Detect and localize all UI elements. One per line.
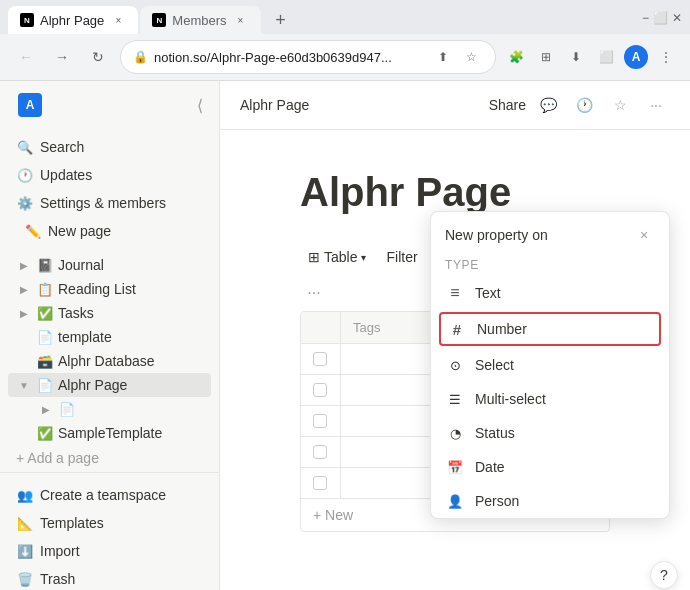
comment-btn[interactable]: 💬 xyxy=(534,91,562,119)
row5-checkbox[interactable] xyxy=(301,468,341,498)
close-btn[interactable]: ✕ xyxy=(672,11,682,25)
help-button[interactable]: ? xyxy=(650,561,678,589)
popup-item-person[interactable]: 👤 Person xyxy=(431,484,669,518)
popup-item-multi-select[interactable]: ☰ Multi-select xyxy=(431,382,669,416)
add-page-button[interactable]: + Add a page xyxy=(8,445,211,471)
sidebar-item-settings[interactable]: ⚙️ Settings & members xyxy=(8,189,211,217)
new-tab-button[interactable]: + xyxy=(267,6,295,34)
download-btn[interactable]: ⬇ xyxy=(564,45,588,69)
sidebar-item-sub[interactable]: ▶ 📄 xyxy=(8,397,211,421)
expand-icon: ▶ xyxy=(16,281,32,297)
person-type-icon: 👤 xyxy=(445,491,465,511)
sidebar-pages: ▶ 📓 Journal ▶ 📋 Reading List ▶ ✅ Tasks ▶… xyxy=(0,249,219,472)
sidebar-item-updates[interactable]: 🕐 Updates xyxy=(8,161,211,189)
sidebar-item-alphr-database[interactable]: ▶ 🗃️ Alphr Database xyxy=(8,349,211,373)
workspace-button[interactable]: A xyxy=(12,89,48,121)
extensions-btn[interactable]: 🧩 xyxy=(504,45,528,69)
browser-chrome: N Alphr Page × N Members × + − ⬜ ✕ ← → ↻… xyxy=(0,0,690,81)
app-layout: A ⟨ 🔍 Search 🕐 Updates ⚙️ Settings & mem… xyxy=(0,81,690,590)
page-main-title: Alphr Page xyxy=(300,170,610,215)
expand-icon: ▶ xyxy=(38,401,54,417)
popup-item-number[interactable]: # Number xyxy=(439,312,661,346)
templates-label: Templates xyxy=(40,515,104,531)
more-btn[interactable]: ··· xyxy=(642,91,670,119)
teamspace-label: Create a teamspace xyxy=(40,487,166,503)
maximize-btn[interactable]: ⬜ xyxy=(653,11,668,25)
row1-checkbox[interactable] xyxy=(301,344,341,374)
tab-close-alphr[interactable]: × xyxy=(110,12,126,28)
number-type-icon: # xyxy=(447,319,467,339)
tab-close-members[interactable]: × xyxy=(233,12,249,28)
row4-checkbox[interactable] xyxy=(301,437,341,467)
status-label: Status xyxy=(475,425,515,441)
history-btn[interactable]: 🕐 xyxy=(570,91,598,119)
popup-header: New property on × xyxy=(431,212,669,254)
filter-btn[interactable]: Filter xyxy=(378,245,425,269)
expand-icon: ▶ xyxy=(16,257,32,273)
share-button[interactable]: Share xyxy=(489,97,526,113)
sidebar-item-reading-list[interactable]: ▶ 📋 Reading List xyxy=(8,277,211,301)
teamspace-icon: 👥 xyxy=(16,486,34,504)
table-btn[interactable]: ⊞ Table ▾ xyxy=(300,245,374,269)
minimize-btn[interactable]: − xyxy=(642,11,649,25)
tasks-label: Tasks xyxy=(58,305,94,321)
row3-checkbox[interactable] xyxy=(301,406,341,436)
tasks-icon: ✅ xyxy=(36,304,54,322)
select-label: Select xyxy=(475,357,514,373)
sidebar-bottom: 👥 Create a teamspace 📐 Templates ⬇️ Impo… xyxy=(0,472,219,590)
sidebar-item-sample-template[interactable]: ▶ ✅ SampleTemplate xyxy=(8,421,211,445)
url-bar[interactable]: 🔒 notion.so/Alphr-Page-e60d3b0639d947...… xyxy=(120,40,496,74)
sidebar-templates[interactable]: 📐 Templates xyxy=(8,509,211,537)
popup-item-date[interactable]: 📅 Date xyxy=(431,450,669,484)
sub-icon: 📄 xyxy=(58,400,76,418)
cast-btn[interactable]: ⊞ xyxy=(534,45,558,69)
sidebar-item-journal[interactable]: ▶ 📓 Journal xyxy=(8,253,211,277)
forward-button[interactable]: → xyxy=(48,43,76,71)
alphr-page-label: Alphr Page xyxy=(58,377,127,393)
profile-btn[interactable]: A xyxy=(624,45,648,69)
property-popup: New property on × Type ≡ Text # Number ⊙… xyxy=(430,211,670,519)
menu-btn[interactable]: ⋮ xyxy=(654,45,678,69)
refresh-button[interactable]: ↻ xyxy=(84,43,112,71)
person-label: Person xyxy=(475,493,519,509)
sidebar-item-alphr-page[interactable]: ▼ 📄 Alphr Page xyxy=(8,373,211,397)
expand-icon: ▶ xyxy=(16,305,32,321)
sidebar-item-search[interactable]: 🔍 Search xyxy=(8,133,211,161)
sidebar-toggle[interactable]: ⟨ xyxy=(193,92,207,119)
sidebar-trash[interactable]: 🗑️ Trash xyxy=(8,565,211,590)
alphr-page-icon: 📄 xyxy=(36,376,54,394)
sidebar-item-template[interactable]: ▶ 📄 template xyxy=(8,325,211,349)
tab-members[interactable]: N Members × xyxy=(140,6,260,34)
sidebar-new-page-btn[interactable]: ✏️ New page xyxy=(16,217,203,245)
alphr-db-icon: 🗃️ xyxy=(36,352,54,370)
sidebar-import[interactable]: ⬇️ Import xyxy=(8,537,211,565)
favorite-btn[interactable]: ☆ xyxy=(606,91,634,119)
back-button[interactable]: ← xyxy=(12,43,40,71)
popup-close-btn[interactable]: × xyxy=(633,224,655,246)
sidebar-updates-label: Updates xyxy=(40,167,92,183)
window-btn[interactable]: ⬜ xyxy=(594,45,618,69)
number-label: Number xyxy=(477,321,527,337)
lock-icon: 🔒 xyxy=(133,50,148,64)
tabs-bar: N Alphr Page × N Members × + − ⬜ ✕ xyxy=(0,0,690,34)
main-content: Alphr Page Share 💬 🕐 ☆ ··· Alphr Page ⊞ … xyxy=(220,81,690,590)
template-label: template xyxy=(58,329,112,345)
sidebar-search-label: Search xyxy=(40,139,84,155)
multi-select-type-icon: ☰ xyxy=(445,389,465,409)
status-type-icon: ◔ xyxy=(445,423,465,443)
popup-item-status[interactable]: ◔ Status xyxy=(431,416,669,450)
bookmark-btn[interactable]: ☆ xyxy=(459,45,483,69)
multi-select-label: Multi-select xyxy=(475,391,546,407)
table-options-btn[interactable]: ··· xyxy=(300,279,328,307)
sidebar-create-teamspace[interactable]: 👥 Create a teamspace xyxy=(8,481,211,509)
tab-alphr-page[interactable]: N Alphr Page × xyxy=(8,6,138,34)
popup-item-text[interactable]: ≡ Text xyxy=(431,276,669,310)
share-url-btn[interactable]: ⬆ xyxy=(431,45,455,69)
row2-checkbox[interactable] xyxy=(301,375,341,405)
tab-label-members: Members xyxy=(172,13,226,28)
sidebar-item-tasks[interactable]: ▶ ✅ Tasks xyxy=(8,301,211,325)
trash-label: Trash xyxy=(40,571,75,587)
popup-item-select[interactable]: ⊙ Select xyxy=(431,348,669,382)
table-icon: ⊞ xyxy=(308,249,320,265)
date-type-icon: 📅 xyxy=(445,457,465,477)
